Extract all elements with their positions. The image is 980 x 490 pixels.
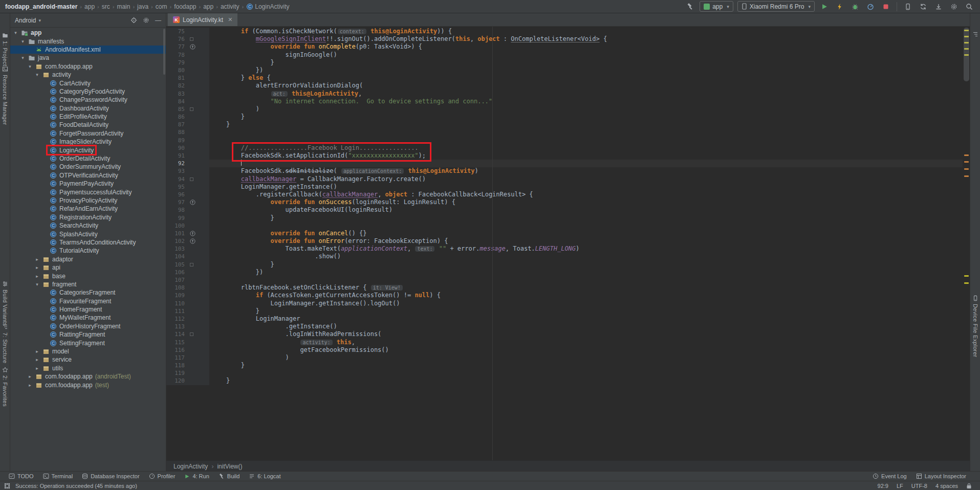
tree-item-paymentsuccessfulactivity[interactable]: CPaymentsuccessfulActivity [10, 188, 166, 196]
overriding-method-icon[interactable] [190, 238, 195, 244]
chevron-collapsed-icon[interactable]: ▸ [34, 265, 40, 270]
chevron-expanded-icon[interactable]: ▾ [19, 39, 26, 44]
tree-item-androidmanifest-xml[interactable]: AndroidManifest.xml [10, 46, 166, 54]
run-button[interactable] [819, 1, 830, 12]
tool-button-4-run[interactable]: 4: Run [180, 472, 213, 481]
sync-project-button[interactable] [918, 1, 929, 12]
overriding-method-icon[interactable] [190, 231, 195, 236]
line-number[interactable]: 81 [166, 74, 189, 82]
editor-scrollbar-thumb[interactable] [964, 28, 969, 81]
code-line-88[interactable]: 88 [166, 128, 970, 136]
close-icon[interactable]: ✕ [228, 16, 232, 23]
project-view-selector[interactable]: Android ▾ [15, 17, 41, 24]
line-number[interactable]: 96 [166, 191, 189, 198]
code-line-119[interactable]: 119 [166, 369, 970, 377]
tree-item-favouritefragment[interactable]: CFavouriteFragment [10, 297, 166, 305]
tree-item-otpverificatinactivity[interactable]: COTPVerificatinActivity [10, 171, 166, 180]
line-number[interactable]: 94 [166, 175, 189, 183]
line-number[interactable]: 100 [166, 222, 189, 230]
line-number[interactable]: 90 [166, 144, 189, 152]
code-line-117[interactable]: 117 ) [166, 354, 970, 362]
code-line-112[interactable]: 112 LoginManager [166, 315, 970, 323]
breadcrumb-class[interactable]: LoginActivity [173, 463, 208, 470]
code-line-80[interactable]: 80 }) [166, 66, 970, 74]
search-everywhere-icon[interactable] [964, 1, 975, 12]
line-number[interactable]: 88 [166, 128, 189, 136]
code-line-91[interactable]: 91 FacebookSdk.setApplicationId("xxxxxxx… [166, 152, 970, 160]
line-number[interactable]: 99 [166, 214, 189, 222]
line-number[interactable]: 113 [166, 323, 189, 330]
breadcrumb-item-foodapp[interactable]: foodapp [174, 3, 196, 10]
code-line-99[interactable]: 99 } [166, 214, 970, 222]
error-stripe-mark[interactable] [964, 175, 969, 177]
tree-item-settingfragment[interactable]: CSettingFragment [10, 339, 166, 347]
tab-loginactivity-kt[interactable]: K LoginActivity.kt ✕ [168, 13, 237, 26]
tree-item-com-foodapp-app-androidtest[interactable]: ▸com.foodapp.app(androidTest) [10, 372, 166, 381]
line-number[interactable]: 80 [166, 66, 189, 74]
chevron-expanded-icon[interactable]: ▾ [19, 55, 26, 60]
error-stripe-mark[interactable] [964, 282, 969, 284]
tree-item-tutorialactivity[interactable]: CTutorialActivity [10, 247, 166, 255]
line-number[interactable]: 92 [166, 160, 189, 167]
line-number[interactable]: 79 [166, 59, 189, 66]
line-number[interactable]: 82 [166, 82, 189, 90]
line-number[interactable]: 76 [166, 35, 189, 43]
tree-item-model[interactable]: ▸model [10, 347, 166, 355]
breadcrumb-item-activity[interactable]: activity [221, 3, 239, 10]
code-line-87[interactable]: 87 } [166, 121, 970, 128]
breadcrumb-item-app[interactable]: app [84, 3, 95, 10]
chevron-expanded-icon[interactable]: ▾ [27, 64, 33, 69]
chevron-collapsed-icon[interactable]: ▸ [34, 257, 40, 262]
tool-button-database-inspector[interactable]: Database Inspector [77, 472, 144, 481]
breadcrumb-item-loginactivity[interactable]: CLoginActivity [246, 3, 289, 10]
line-number[interactable]: 103 [166, 245, 189, 253]
tool-button-6-logcat[interactable]: 6: Logcat [244, 472, 285, 481]
tree-item-manifests[interactable]: ▾manifests [10, 37, 166, 45]
tree-item-registrationactivity[interactable]: CRegistrationActivity [10, 213, 166, 221]
tree-item-ordersummuryactivity[interactable]: COrderSummuryActivity [10, 163, 166, 171]
code-line-86[interactable]: 86 } [166, 113, 970, 121]
code-line-93[interactable]: 93 FacebookSdk.sdkInitialize( applicatio… [166, 167, 970, 175]
line-number[interactable]: 109 [166, 292, 189, 299]
tree-item-imageslideractivity[interactable]: CImageSliderActivity [10, 138, 166, 146]
overriding-method-icon[interactable] [190, 44, 195, 50]
tree-item-editprofileactivity[interactable]: CEditProfileActivity [10, 113, 166, 121]
chevron-collapsed-icon[interactable]: ▸ [34, 366, 40, 371]
error-stripe-mark[interactable] [964, 161, 969, 163]
chevron-collapsed-icon[interactable]: ▸ [34, 274, 40, 279]
line-number[interactable]: 78 [166, 51, 189, 59]
tree-item-categorybyfoodactivity[interactable]: CCategoryByFoodActivity [10, 87, 166, 96]
line-number[interactable]: 102 [166, 237, 189, 245]
line-number[interactable]: 89 [166, 137, 189, 144]
tree-item-mywalletfragment[interactable]: CMyWalletFragment [10, 314, 166, 322]
tree-item-paymentpayactivity[interactable]: CPaymentPayActivity [10, 180, 166, 188]
tree-item-orderhistoryfragment[interactable]: COrderHistoryFragment [10, 322, 166, 330]
tree-item-app[interactable]: ▾app [10, 29, 166, 37]
line-number[interactable]: 97 [166, 198, 189, 206]
line-number[interactable]: 110 [166, 300, 189, 307]
fold-marker-icon[interactable] [190, 107, 193, 111]
error-stripe[interactable] [963, 27, 970, 460]
code-line-77[interactable]: 77 override fun onComplete(p0: Task<Void… [166, 43, 970, 51]
code-line-83[interactable]: 83 act: this@LoginActivity, [166, 90, 970, 98]
chevron-collapsed-icon[interactable]: ▸ [34, 357, 40, 362]
locate-file-icon[interactable] [130, 17, 137, 24]
error-stripe-mark[interactable] [964, 168, 969, 170]
line-number[interactable]: 112 [166, 315, 189, 323]
code-line-120[interactable]: 120 } [166, 377, 970, 385]
line-number[interactable]: 85 [166, 105, 189, 113]
breadcrumb-item-foodapp-android-master[interactable]: foodapp_android-master [5, 3, 77, 10]
tool-stripe-7-structure[interactable]: 7: Structure [0, 322, 10, 365]
chevron-collapsed-icon[interactable]: ▸ [27, 383, 33, 388]
tree-item-cartactivity[interactable]: CCartActivity [10, 79, 166, 87]
code-line-100[interactable]: 100 [166, 222, 970, 230]
code-line-105[interactable]: 105 } [166, 261, 970, 269]
line-number[interactable]: 86 [166, 113, 189, 121]
debug-button[interactable] [850, 1, 861, 12]
tree-item-dashboardactivity[interactable]: CDashboardActivity [10, 104, 166, 113]
code-line-94[interactable]: 94 callbackManager = CallbackManager.Fac… [166, 175, 970, 183]
indent-style[interactable]: 4 spaces [935, 483, 958, 489]
tree-item-java[interactable]: ▾java [10, 54, 166, 62]
code-line-114[interactable]: 114 .logInWithReadPermissions( [166, 330, 970, 338]
tree-item-searchactivity[interactable]: CSearchActivity [10, 221, 166, 230]
